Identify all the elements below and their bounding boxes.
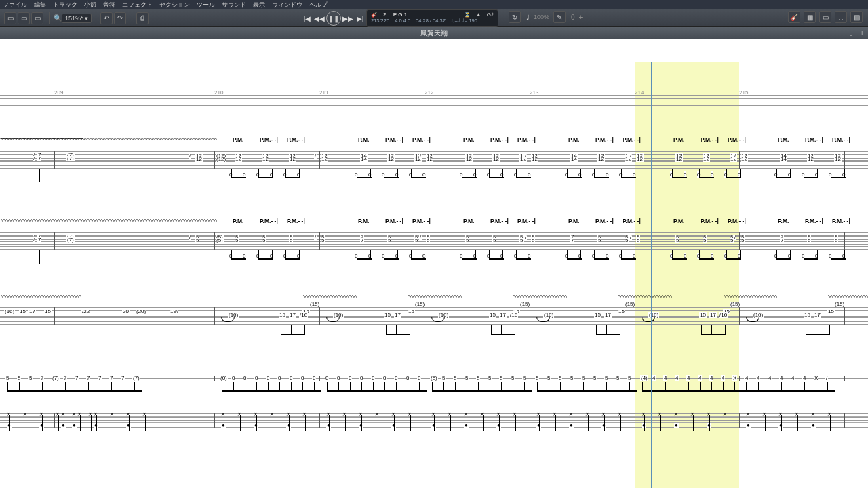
skip-start-icon[interactable]: |◀ <box>302 13 313 24</box>
menu-help[interactable]: ヘルプ <box>309 1 328 9</box>
staff-drums[interactable]: ×●××●××●××●××●××●××●××●××●××●××●××●××●××… <box>0 413 868 428</box>
track-number: 2. <box>383 12 388 18</box>
menu-tools[interactable]: ツール <box>197 1 215 9</box>
forward-icon[interactable]: ▶▶ <box>342 13 353 24</box>
track-title: 鳳翼天翔 <box>420 28 448 38</box>
staff-bass[interactable]: 5557(7)777777(7)(0)00000000000000000(5)5… <box>0 378 868 379</box>
menu-bar: ファイル 編集 トラック 小節 音符 エフェクト セクション ツール サウンド … <box>0 0 868 9</box>
pause-button[interactable]: ❚❚ <box>326 11 341 26</box>
panel-icon[interactable]: ▤ <box>850 11 863 23</box>
skip-end-icon[interactable]: ▶| <box>355 13 366 24</box>
track-name: E.G.1 <box>393 12 407 18</box>
mixer-icon[interactable]: ⎍ <box>835 11 847 23</box>
menu-edit[interactable]: 編集 <box>34 1 46 9</box>
menu-section[interactable]: セクション <box>159 1 190 9</box>
view-screen-icon[interactable]: ▭ <box>18 12 30 24</box>
transport-info: 🎸 2. E.G.1 ⏳ ▲ G♯ 213/220 4.0:4.0 04:28 … <box>366 9 498 27</box>
right-tools: 🎸 ▦ ▭ ⎍ ▤ <box>788 11 864 23</box>
time-display: 04:28 / 04:37 <box>416 18 446 24</box>
toolbar: ▭ ▭ ▭ 🔍 151%* ▾ ↶ ↷ ⎙ |◀ ◀◀ ❚❚ ▶▶ ▶| 🎸 2… <box>0 9 868 27</box>
instrument-icon[interactable]: 🎸 <box>788 11 800 23</box>
zoom-icon: 🔍 <box>54 14 62 22</box>
metronome-icon: ▲ <box>476 12 481 18</box>
pencil-icon[interactable]: ✎ <box>553 11 566 23</box>
staff-guitar2[interactable]: 77(7)(7)~~~~~~~~~~~~~~~~~~~~~~~~~~~~~~~~… <box>0 232 868 250</box>
loop-icon[interactable]: ↻ <box>509 11 521 23</box>
playback-cursor <box>651 62 652 488</box>
score-area[interactable]: 209210211212213214215 77(7)(7)~~~~~~~~~~… <box>0 39 868 488</box>
view-page-icon[interactable]: ▭ <box>4 12 16 24</box>
timer-icon: ⏳ <box>464 12 471 18</box>
track-menu-icon[interactable]: ⋮ + <box>848 29 864 37</box>
menu-effect[interactable]: エフェクト <box>122 1 153 9</box>
menu-bar-item[interactable]: 小節 <box>84 1 96 9</box>
staff-lead[interactable]: (16)151715/2220(20)19\(16)151715(15)∿∿∿∿… <box>0 307 868 325</box>
print-icon[interactable]: ⎙ <box>136 12 149 24</box>
zoom-select[interactable]: 151%* ▾ <box>62 14 92 23</box>
guitar-icon: 🎸 <box>371 12 378 18</box>
view-horiz-icon[interactable]: ▭ <box>31 12 43 24</box>
position-display: 213/220 <box>371 18 389 24</box>
fretboard-icon[interactable]: ▦ <box>804 11 816 23</box>
note-value-icon[interactable]: ♩ <box>526 14 530 21</box>
beat-display: 4.0:4.0 <box>395 18 410 24</box>
menu-sound[interactable]: サウンド <box>222 1 246 9</box>
key-label: G♯ <box>487 12 494 18</box>
menu-track[interactable]: トラック <box>53 1 77 9</box>
redo-icon[interactable]: ↷ <box>114 12 126 24</box>
menu-window[interactable]: ウィンドウ <box>272 1 302 9</box>
menu-view[interactable]: 表示 <box>253 1 265 9</box>
tempo-display: ♩= 190 <box>462 18 477 24</box>
keyboard-icon[interactable]: ▭ <box>819 11 831 23</box>
track-title-bar[interactable]: 鳳翼天翔 ⋮ + <box>0 27 868 39</box>
transport-controls: |◀ ◀◀ ❚❚ ▶▶ ▶| <box>302 11 366 26</box>
speed-display: 100% <box>534 14 549 20</box>
undo-icon[interactable]: ↶ <box>100 12 113 24</box>
staff-empty-top <box>0 95 868 106</box>
menu-file[interactable]: ファイル <box>3 1 27 9</box>
menu-note[interactable]: 音符 <box>103 1 115 9</box>
staff-guitar1[interactable]: 77(7)(7)~~~~~~~~~~~~~~~~~~~~~~~~~~~~~~~~… <box>0 151 868 169</box>
rewind-icon[interactable]: ◀◀ <box>314 13 325 24</box>
